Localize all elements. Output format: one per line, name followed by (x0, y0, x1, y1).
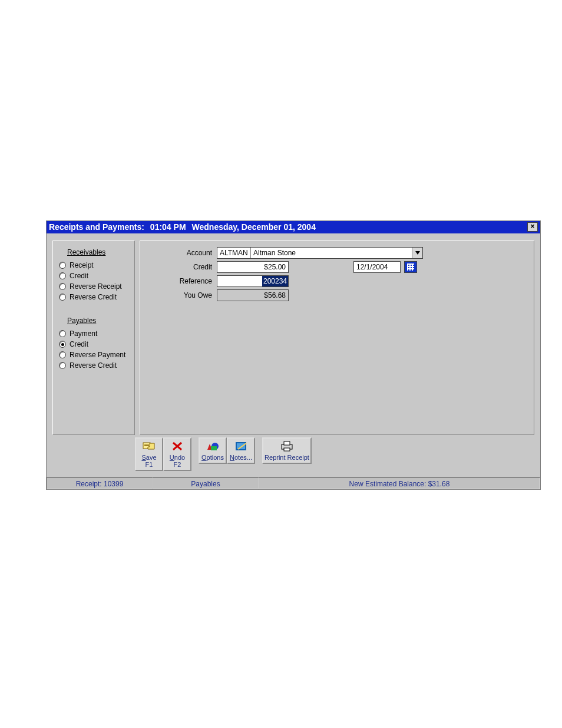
radio-payables-reverse-credit[interactable]: Reverse Credit (59, 361, 131, 370)
notes-icon (229, 440, 253, 453)
status-balance: New Estimated Balance: $31.68 (259, 477, 540, 489)
radio-label: Reverse Payment (70, 351, 125, 359)
radio-payables-credit[interactable]: Credit (59, 340, 131, 348)
svg-rect-2 (144, 444, 149, 444)
svg-rect-14 (284, 448, 290, 451)
calendar-icon (407, 263, 414, 271)
receipts-payments-window: Receipts and Payments: 01:04 PM Wednesda… (46, 220, 541, 490)
options-button[interactable]: Options (199, 437, 227, 464)
radio-label: Reverse Receipt (70, 282, 122, 291)
you-owe-label: You Owe (146, 291, 217, 299)
svg-rect-13 (284, 442, 290, 445)
radio-label: Credit (70, 272, 88, 280)
undo-icon (166, 440, 189, 453)
titlebar-time: 01:04 PM (150, 222, 186, 232)
radio-receivables-reverse-receipt[interactable]: Reverse Receipt (59, 282, 131, 291)
radio-label: Reverse Credit (70, 361, 117, 370)
receivables-heading: Receivables (67, 248, 131, 256)
form-panel: Account ALTMAN Altman Stone Credit $25.0… (140, 241, 534, 435)
status-bar: Receipt: 10399 Payables New Estimated Ba… (47, 477, 540, 489)
you-owe-display: $56.68 (217, 289, 289, 301)
radio-icon (59, 283, 66, 290)
notes-button[interactable]: Notes... (227, 437, 255, 464)
close-icon: × (530, 222, 534, 230)
radio-label: Payment (70, 330, 97, 338)
radio-icon (59, 262, 66, 269)
radio-receivables-reverse-credit[interactable]: Reverse Credit (59, 293, 131, 301)
svg-rect-8 (211, 446, 217, 450)
save-button[interactable]: SSave F1ave F1 (135, 437, 163, 471)
radio-icon (59, 330, 66, 337)
radio-receivables-credit[interactable]: Credit (59, 272, 131, 280)
titlebar-date: Wednesday, December 01, 2004 (192, 222, 316, 232)
radio-icon (59, 351, 66, 358)
account-code: ALTMAN (217, 248, 250, 258)
status-receipt: Receipt: 10399 (47, 477, 153, 489)
chevron-down-icon (415, 251, 420, 255)
toolbar: SSave F1ave F1 Undo F2 (52, 435, 534, 473)
radio-icon (59, 272, 66, 279)
svg-rect-3 (144, 445, 149, 446)
client-area: Receivables Receipt Credit Reverse Recei… (47, 233, 540, 477)
undo-button[interactable]: Undo F2 (163, 437, 191, 471)
svg-rect-10 (237, 443, 245, 449)
save-icon (137, 440, 161, 453)
radio-payables-reverse-payment[interactable]: Reverse Payment (59, 351, 131, 359)
status-mode: Payables (153, 477, 259, 489)
calendar-button[interactable] (404, 261, 417, 273)
reprint-receipt-button[interactable]: Reprint Receipt (262, 437, 312, 464)
account-combo[interactable]: ALTMAN Altman Stone (217, 247, 423, 259)
svg-marker-0 (415, 251, 420, 255)
transaction-type-panel: Receivables Receipt Credit Reverse Recei… (52, 241, 135, 435)
titlebar: Receipts and Payments: 01:04 PM Wednesda… (47, 221, 540, 233)
account-label: Account (146, 249, 217, 257)
radio-icon (59, 362, 66, 369)
credit-amount-input[interactable]: $25.00 (217, 261, 289, 273)
close-button[interactable]: × (527, 222, 538, 232)
radio-receivables-receipt[interactable]: Receipt (59, 261, 131, 269)
account-name: Altman Stone (251, 248, 412, 258)
options-icon (201, 440, 224, 453)
titlebar-app: Receipts and Payments: (49, 222, 144, 232)
dropdown-button[interactable] (412, 248, 422, 258)
credit-label: Credit (146, 263, 217, 271)
credit-date-input[interactable]: 12/1/2004 (353, 261, 401, 273)
payables-heading: Payables (67, 317, 131, 325)
reference-input[interactable]: 200234 (217, 275, 289, 287)
radio-label: Reverse Credit (70, 293, 117, 301)
reprint-label: Reprint Receipt (265, 454, 309, 461)
radio-icon (59, 341, 66, 348)
reference-value: 200234 (262, 276, 288, 286)
radio-label: Credit (70, 340, 88, 348)
radio-icon (59, 294, 66, 301)
reference-label: Reference (146, 277, 217, 285)
radio-payables-payment[interactable]: Payment (59, 330, 131, 338)
radio-label: Receipt (70, 261, 94, 269)
printer-icon (265, 440, 309, 453)
